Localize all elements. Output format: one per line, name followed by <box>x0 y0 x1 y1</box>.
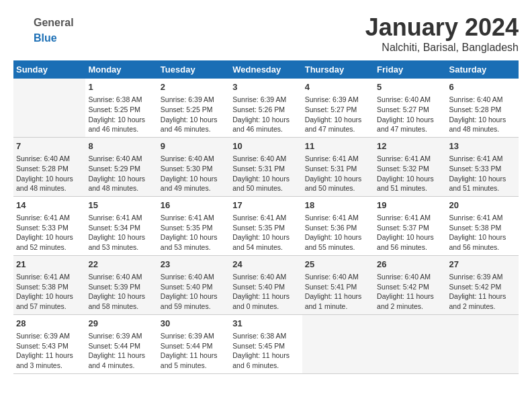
day-number: 5 <box>377 81 443 93</box>
day-info: Sunrise: 6:40 AM Sunset: 5:39 PM Dayligh… <box>88 272 154 312</box>
day-number: 4 <box>305 81 371 93</box>
calendar-cell: 31Sunrise: 6:38 AM Sunset: 5:45 PM Dayli… <box>230 314 302 373</box>
calendar-cell: 14Sunrise: 6:41 AM Sunset: 5:33 PM Dayli… <box>13 196 85 255</box>
day-info: Sunrise: 6:39 AM Sunset: 5:44 PM Dayligh… <box>161 331 227 371</box>
day-info: Sunrise: 6:40 AM Sunset: 5:27 PM Dayligh… <box>377 95 443 134</box>
calendar-cell: 22Sunrise: 6:40 AM Sunset: 5:39 PM Dayli… <box>85 255 157 314</box>
header-cell-monday: Monday <box>85 60 157 79</box>
day-number: 23 <box>161 259 227 271</box>
day-number: 28 <box>16 318 83 330</box>
day-info: Sunrise: 6:39 AM Sunset: 5:44 PM Dayligh… <box>88 331 154 371</box>
calendar-cell <box>13 79 85 137</box>
day-info: Sunrise: 6:39 AM Sunset: 5:42 PM Dayligh… <box>449 272 516 312</box>
day-number: 12 <box>377 140 443 152</box>
month-title: January 2024 <box>365 13 519 42</box>
page-header: G General Blue January 2024 Nalchiti, Ba… <box>13 13 519 54</box>
calendar-cell <box>374 314 446 373</box>
day-number: 8 <box>88 140 154 152</box>
calendar-week-row: 14Sunrise: 6:41 AM Sunset: 5:33 PM Dayli… <box>13 196 519 255</box>
day-info: Sunrise: 6:41 AM Sunset: 5:35 PM Dayligh… <box>161 213 227 253</box>
day-number: 21 <box>16 259 83 271</box>
day-number: 25 <box>305 259 371 271</box>
day-number: 16 <box>161 199 227 212</box>
calendar-cell: 20Sunrise: 6:41 AM Sunset: 5:38 PM Dayli… <box>447 196 519 255</box>
header-cell-wednesday: Wednesday <box>230 60 302 79</box>
calendar-week-row: 28Sunrise: 6:39 AM Sunset: 5:43 PM Dayli… <box>13 314 519 373</box>
day-info: Sunrise: 6:41 AM Sunset: 5:34 PM Dayligh… <box>88 213 154 253</box>
day-info: Sunrise: 6:39 AM Sunset: 5:43 PM Dayligh… <box>16 331 83 371</box>
calendar-cell: 9Sunrise: 6:40 AM Sunset: 5:30 PM Daylig… <box>158 137 230 196</box>
header-cell-sunday: Sunday <box>13 60 85 79</box>
calendar-cell: 25Sunrise: 6:40 AM Sunset: 5:41 PM Dayli… <box>302 255 374 314</box>
day-info: Sunrise: 6:41 AM Sunset: 5:32 PM Dayligh… <box>377 154 443 193</box>
calendar-cell <box>447 314 519 373</box>
day-info: Sunrise: 6:40 AM Sunset: 5:28 PM Dayligh… <box>449 95 516 134</box>
day-number: 30 <box>161 318 227 330</box>
day-number: 3 <box>232 81 299 93</box>
day-number: 29 <box>88 318 154 330</box>
calendar-cell: 11Sunrise: 6:41 AM Sunset: 5:31 PM Dayli… <box>302 137 374 196</box>
day-info: Sunrise: 6:40 AM Sunset: 5:29 PM Dayligh… <box>88 154 154 193</box>
calendar-week-row: 1Sunrise: 6:38 AM Sunset: 5:25 PM Daylig… <box>13 79 519 137</box>
calendar-week-row: 7Sunrise: 6:40 AM Sunset: 5:28 PM Daylig… <box>13 137 519 196</box>
day-number: 20 <box>449 199 516 212</box>
day-number: 7 <box>16 140 83 152</box>
logo: G General Blue <box>13 13 74 44</box>
calendar-cell <box>302 314 374 373</box>
calendar-cell: 13Sunrise: 6:41 AM Sunset: 5:33 PM Dayli… <box>447 137 519 196</box>
day-number: 13 <box>449 140 516 152</box>
calendar-cell: 10Sunrise: 6:40 AM Sunset: 5:31 PM Dayli… <box>230 137 302 196</box>
location-title: Nalchiti, Barisal, Bangladesh <box>365 42 519 54</box>
day-info: Sunrise: 6:39 AM Sunset: 5:25 PM Dayligh… <box>161 95 227 134</box>
day-info: Sunrise: 6:40 AM Sunset: 5:40 PM Dayligh… <box>161 272 227 312</box>
calendar-cell: 24Sunrise: 6:40 AM Sunset: 5:40 PM Dayli… <box>230 255 302 314</box>
calendar-table: SundayMondayTuesdayWednesdayThursdayFrid… <box>13 60 519 374</box>
logo-container: G General Blue <box>13 13 74 44</box>
calendar-body: 1Sunrise: 6:38 AM Sunset: 5:25 PM Daylig… <box>13 79 519 373</box>
calendar-cell: 26Sunrise: 6:40 AM Sunset: 5:42 PM Dayli… <box>374 255 446 314</box>
day-number: 1 <box>88 81 154 93</box>
logo-blue-text: Blue <box>34 32 57 44</box>
calendar-cell: 2Sunrise: 6:39 AM Sunset: 5:25 PM Daylig… <box>158 79 230 137</box>
day-info: Sunrise: 6:41 AM Sunset: 5:31 PM Dayligh… <box>305 154 371 193</box>
day-info: Sunrise: 6:40 AM Sunset: 5:30 PM Dayligh… <box>161 154 227 193</box>
calendar-cell: 18Sunrise: 6:41 AM Sunset: 5:36 PM Dayli… <box>302 196 374 255</box>
calendar-cell: 17Sunrise: 6:41 AM Sunset: 5:35 PM Dayli… <box>230 196 302 255</box>
day-info: Sunrise: 6:39 AM Sunset: 5:26 PM Dayligh… <box>232 95 299 134</box>
day-info: Sunrise: 6:41 AM Sunset: 5:35 PM Dayligh… <box>232 213 299 253</box>
day-number: 24 <box>232 259 299 271</box>
day-info: Sunrise: 6:41 AM Sunset: 5:38 PM Dayligh… <box>449 213 516 253</box>
day-info: Sunrise: 6:41 AM Sunset: 5:37 PM Dayligh… <box>377 213 443 253</box>
day-number: 19 <box>377 199 443 212</box>
logo-icon-container: G <box>13 13 32 32</box>
day-info: Sunrise: 6:41 AM Sunset: 5:33 PM Dayligh… <box>449 154 516 193</box>
calendar-cell: 4Sunrise: 6:39 AM Sunset: 5:27 PM Daylig… <box>302 79 374 137</box>
day-number: 6 <box>449 81 516 93</box>
day-number: 31 <box>232 318 299 330</box>
calendar-cell: 30Sunrise: 6:39 AM Sunset: 5:44 PM Dayli… <box>158 314 230 373</box>
logo-general-text: General <box>34 17 74 29</box>
header-row: SundayMondayTuesdayWednesdayThursdayFrid… <box>13 60 519 79</box>
day-info: Sunrise: 6:38 AM Sunset: 5:25 PM Dayligh… <box>88 95 154 134</box>
day-info: Sunrise: 6:40 AM Sunset: 5:40 PM Dayligh… <box>232 272 299 312</box>
day-number: 18 <box>305 199 371 212</box>
day-info: Sunrise: 6:40 AM Sunset: 5:31 PM Dayligh… <box>232 154 299 193</box>
day-number: 11 <box>305 140 371 152</box>
day-number: 26 <box>377 259 443 271</box>
header-cell-tuesday: Tuesday <box>158 60 230 79</box>
day-info: Sunrise: 6:40 AM Sunset: 5:41 PM Dayligh… <box>305 272 371 312</box>
day-info: Sunrise: 6:40 AM Sunset: 5:42 PM Dayligh… <box>377 272 443 312</box>
day-number: 10 <box>232 140 299 152</box>
calendar-cell: 16Sunrise: 6:41 AM Sunset: 5:35 PM Dayli… <box>158 196 230 255</box>
day-info: Sunrise: 6:40 AM Sunset: 5:28 PM Dayligh… <box>16 154 83 193</box>
day-number: 17 <box>232 199 299 212</box>
logo-brand: G General <box>13 13 74 32</box>
day-number: 2 <box>161 81 227 93</box>
calendar-cell: 29Sunrise: 6:39 AM Sunset: 5:44 PM Dayli… <box>85 314 157 373</box>
calendar-cell: 5Sunrise: 6:40 AM Sunset: 5:27 PM Daylig… <box>374 79 446 137</box>
day-info: Sunrise: 6:38 AM Sunset: 5:45 PM Dayligh… <box>232 331 299 371</box>
header-cell-thursday: Thursday <box>302 60 374 79</box>
header-cell-saturday: Saturday <box>447 60 519 79</box>
calendar-cell: 23Sunrise: 6:40 AM Sunset: 5:40 PM Dayli… <box>158 255 230 314</box>
calendar-header: SundayMondayTuesdayWednesdayThursdayFrid… <box>13 60 519 79</box>
